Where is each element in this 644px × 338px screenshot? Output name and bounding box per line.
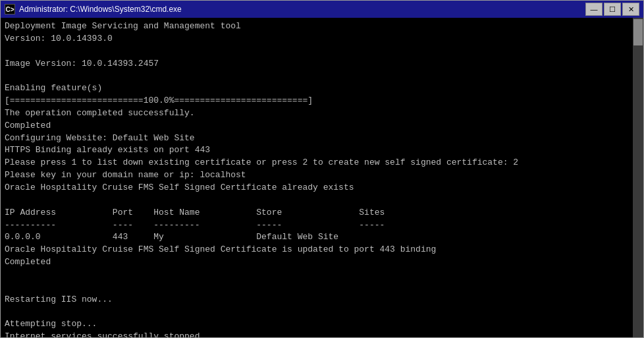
title-bar-left: C> Administrator: C:\Windows\System32\cm… — [5, 4, 182, 14]
title-bar-buttons: — ☐ ✕ — [585, 3, 639, 16]
maximize-button[interactable]: ☐ — [604, 3, 621, 16]
icon-label: C> — [5, 6, 14, 13]
window-icon: C> — [5, 4, 15, 14]
minimize-button[interactable]: — — [585, 3, 603, 16]
console-text: Deployment Image Servicing and Managemen… — [5, 20, 639, 337]
scrollbar-thumb[interactable] — [633, 19, 643, 45]
title-bar: C> Administrator: C:\Windows\System32\cm… — [1, 1, 643, 18]
scrollbar[interactable] — [633, 18, 643, 337]
window-title: Administrator: C:\Windows\System32\cmd.e… — [19, 5, 182, 14]
console-output: Deployment Image Servicing and Managemen… — [1, 18, 643, 337]
cmd-window: C> Administrator: C:\Windows\System32\cm… — [0, 0, 644, 338]
close-button[interactable]: ✕ — [622, 3, 639, 16]
